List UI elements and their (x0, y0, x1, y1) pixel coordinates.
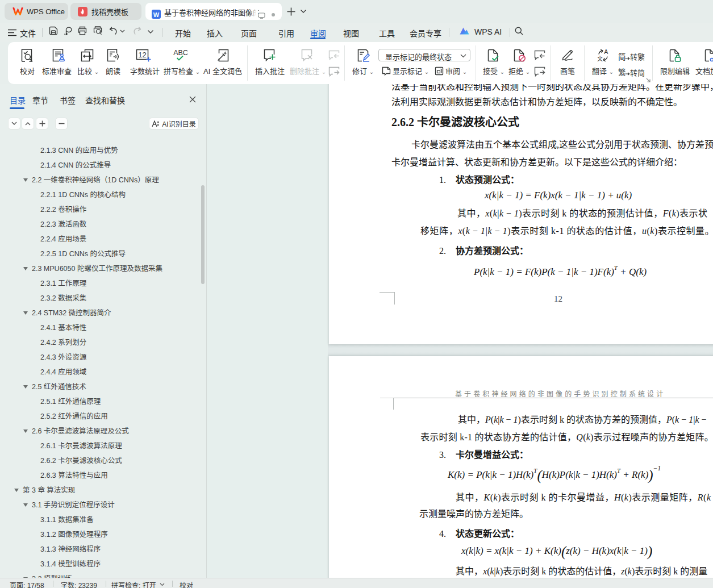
svg-text:12: 12 (138, 51, 146, 59)
svg-text:A: A (604, 49, 608, 55)
svg-text:W: W (153, 11, 160, 18)
svg-text:ABC: ABC (173, 49, 188, 57)
svg-text:文: 文 (597, 55, 603, 62)
